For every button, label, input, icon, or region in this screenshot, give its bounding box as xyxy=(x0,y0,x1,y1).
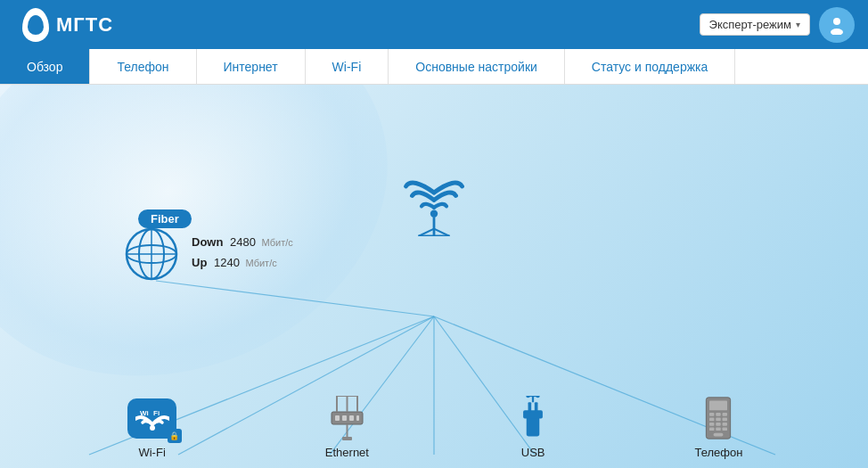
telephone-label: Телефон xyxy=(694,446,742,459)
speed-info: Down 2480 Мбит/с Up 1240 Мбит/с xyxy=(192,232,293,274)
svg-rect-42 xyxy=(709,400,727,410)
lock-icon: 🔒 xyxy=(168,429,182,443)
logo-area: МГТС xyxy=(13,4,122,46)
nav-item-overview[interactable]: Обзор xyxy=(0,49,90,84)
svg-point-39 xyxy=(526,396,530,398)
svg-rect-23 xyxy=(335,415,340,421)
usb-label: USB xyxy=(521,446,545,459)
ethernet-label: Ethernet xyxy=(325,446,369,459)
nav-item-phone[interactable]: Телефон xyxy=(90,49,196,84)
svg-rect-53 xyxy=(717,427,721,431)
usb-device-item[interactable]: USB xyxy=(515,396,551,459)
user-icon xyxy=(827,15,847,35)
wifi-device-icon: Wi Fi 🔒 xyxy=(126,396,179,440)
down-unit: Мбит/с xyxy=(262,237,293,248)
svg-point-40 xyxy=(536,396,540,398)
header: МГТС Эксперт-режим ▾ xyxy=(0,0,868,49)
nav-item-wifi[interactable]: Wi-Fi xyxy=(306,49,389,84)
svg-rect-50 xyxy=(717,423,721,426)
router-icon xyxy=(394,174,474,236)
wifi-device-item[interactable]: Wi Fi 🔒 Wi-Fi xyxy=(126,396,179,459)
navigation: Обзор Телефон Интернет Wi-Fi Основные на… xyxy=(0,49,868,85)
svg-rect-51 xyxy=(723,423,727,426)
svg-line-8 xyxy=(156,281,434,316)
telephone-device-item[interactable]: Телефон xyxy=(694,396,742,459)
svg-point-1 xyxy=(831,29,843,35)
logo-text: МГТС xyxy=(56,13,113,37)
ethernet-icon xyxy=(323,396,372,440)
svg-rect-35 xyxy=(528,402,532,412)
svg-text:Wi: Wi xyxy=(140,409,149,417)
svg-point-19 xyxy=(150,425,155,431)
svg-rect-45 xyxy=(723,413,727,416)
svg-rect-55 xyxy=(714,433,724,437)
up-unit: Мбит/с xyxy=(246,258,277,268)
bottom-icons: Wi Fi 🔒 Wi-Fi xyxy=(0,396,868,459)
svg-rect-43 xyxy=(709,413,714,416)
globe-icon xyxy=(125,227,178,281)
nav-item-settings[interactable]: Основные настройки xyxy=(389,49,565,84)
svg-point-14 xyxy=(430,210,438,218)
svg-rect-52 xyxy=(709,427,714,431)
nav-item-internet[interactable]: Интернет xyxy=(197,49,306,84)
svg-rect-54 xyxy=(723,427,727,431)
up-value: 1240 xyxy=(214,256,240,269)
svg-rect-24 xyxy=(342,415,347,421)
svg-rect-34 xyxy=(523,410,543,418)
wifi-inner-icon: Wi Fi xyxy=(135,405,169,431)
svg-rect-26 xyxy=(356,415,359,421)
up-label: Up xyxy=(192,256,207,269)
wifi-label: Wi-Fi xyxy=(138,446,165,459)
usb-icon xyxy=(515,396,551,440)
svg-rect-32 xyxy=(342,437,352,440)
user-icon-button[interactable] xyxy=(819,7,855,43)
fiber-badge: Fiber xyxy=(138,209,192,228)
svg-rect-44 xyxy=(717,413,721,416)
header-right: Эксперт-режим ▾ xyxy=(700,7,855,43)
main-content: Fiber Down 2480 Мбит/с Up 1240 Мбит/с xyxy=(0,85,868,468)
svg-rect-46 xyxy=(709,418,714,422)
svg-rect-25 xyxy=(349,415,354,421)
expert-mode-button[interactable]: Эксперт-режим ▾ xyxy=(700,13,810,36)
expert-mode-label: Эксперт-режим xyxy=(709,18,791,31)
svg-rect-33 xyxy=(527,416,540,437)
svg-text:Fi: Fi xyxy=(153,409,160,417)
svg-point-0 xyxy=(833,18,840,25)
down-value: 2480 xyxy=(230,235,256,249)
nav-item-support[interactable]: Статус и поддержка xyxy=(565,49,735,84)
telephone-icon xyxy=(700,396,736,440)
logo-egg-icon xyxy=(22,8,49,42)
svg-rect-47 xyxy=(717,418,721,422)
svg-rect-48 xyxy=(723,418,727,422)
wifi-signal-icon xyxy=(394,174,474,236)
ethernet-device-item[interactable]: Ethernet xyxy=(323,396,372,459)
svg-rect-36 xyxy=(535,402,538,412)
chevron-down-icon: ▾ xyxy=(796,20,800,29)
svg-rect-49 xyxy=(709,423,714,426)
down-label: Down xyxy=(192,235,223,249)
